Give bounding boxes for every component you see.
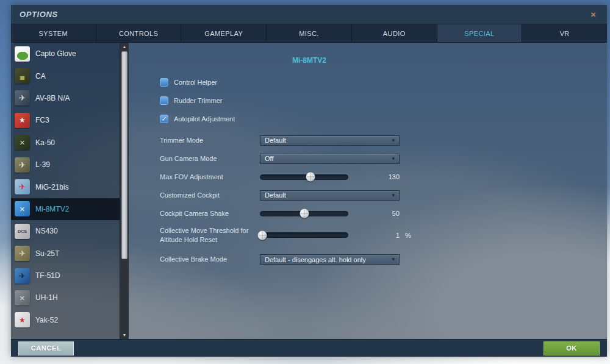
- checkbox-autopilot-adjustment[interactable]: ✓: [160, 115, 168, 123]
- slider-thumb[interactable]: [306, 173, 315, 182]
- page-title: Mi-8MTV2: [160, 56, 459, 65]
- checkbox-control-helper[interactable]: [160, 78, 168, 87]
- tab-controls[interactable]: CONTROLS: [96, 24, 182, 42]
- icon-glyph: ★: [15, 113, 30, 128]
- sidebar-item-label: Mi-8MTV2: [35, 205, 69, 213]
- checkmark-icon: ✓: [161, 116, 167, 123]
- combined-arms-icon: ▄: [15, 68, 30, 84]
- icon-glyph: ×: [15, 135, 30, 150]
- setting-label: Collective Move Threshold for Altitude H…: [160, 226, 260, 244]
- setting-row-collective-move-threshold: Collective Move Threshold for Altitude H…: [160, 226, 471, 244]
- sidebar-item-label: L-39: [35, 160, 50, 169]
- slider-wrap: 130: [260, 173, 400, 182]
- checkbox-rudder-trimmer[interactable]: [160, 96, 168, 105]
- sidebar-scrollbar[interactable]: ▲ ▼: [120, 43, 129, 339]
- module-sidebar: Capto Glove ▄ CA ✈ AV-8B N/A ★ FC3 × Ka-…: [11, 43, 120, 339]
- setting-label: Autopilot Adjustment: [174, 115, 235, 123]
- sidebar-item-ka50[interactable]: × Ka-50: [11, 132, 120, 154]
- setting-label: Customized Cockpit: [160, 191, 260, 200]
- scrollbar-thumb[interactable]: [121, 51, 127, 259]
- chevron-down-icon: ▾: [392, 257, 395, 262]
- sidebar-item-tf51d[interactable]: ✈ TF-51D: [11, 265, 120, 287]
- sidebar-item-av8b[interactable]: ✈ AV-8B N/A: [11, 87, 120, 109]
- slider-wrap: 50: [260, 209, 400, 218]
- dropdown-gun-camera-mode[interactable]: Off ▾: [260, 154, 400, 164]
- sidebar-item-mig21bis[interactable]: ✈ MiG-21bis: [11, 176, 120, 198]
- scroll-down-icon[interactable]: ▼: [120, 331, 129, 339]
- su25t-icon: ✈: [15, 246, 30, 261]
- icon-glyph: [15, 46, 30, 62]
- sidebar-item-ns430[interactable]: DCS NS430: [11, 220, 120, 242]
- dropdown-value: Default - disengages alt. hold only: [265, 256, 392, 263]
- chevron-down-icon: ▾: [392, 138, 395, 143]
- dropdown-trimmer-mode[interactable]: Default ▾: [260, 135, 400, 146]
- footer-bar: CANCEL OK: [11, 339, 607, 357]
- sidebar-item-ca[interactable]: ▄ CA: [11, 65, 120, 87]
- tab-system[interactable]: SYSTEM: [11, 24, 96, 42]
- setting-row-gun-camera-mode: Gun Camera Mode Off ▾: [160, 153, 471, 164]
- settings-panel: Mi-8MTV2 Control Helper Rudder Trimmer ✓…: [129, 43, 607, 339]
- sidebar-item-label: Ka-50: [35, 138, 55, 147]
- setting-row-autopilot-adjustment: ✓ Autopilot Adjustment: [160, 113, 471, 124]
- capto-glove-icon: [15, 46, 30, 62]
- chevron-down-icon: ▾: [392, 156, 395, 162]
- slider-cockpit-camera-shake[interactable]: [260, 209, 348, 218]
- setting-label: Rudder Trimmer: [174, 97, 222, 104]
- sidebar-item-label: FC3: [35, 116, 49, 124]
- dropdown-collective-brake-mode[interactable]: Default - disengages alt. hold only ▾: [260, 254, 400, 265]
- dropdown-value: Default: [265, 191, 392, 199]
- yak52-icon: ★: [15, 312, 30, 327]
- slider-unit: %: [405, 232, 416, 239]
- tab-audio[interactable]: AUDIO: [352, 24, 437, 42]
- scroll-up-icon[interactable]: ▲: [120, 43, 129, 51]
- slider-thumb[interactable]: [258, 230, 267, 240]
- tab-gameplay[interactable]: GAMEPLAY: [181, 24, 267, 42]
- icon-glyph: ✈: [15, 90, 30, 105]
- icon-glyph: ×: [15, 201, 30, 216]
- tab-special[interactable]: SPECIAL: [437, 24, 523, 42]
- sidebar-item-label: Capto Glove: [35, 49, 76, 58]
- sidebar-item-yak52[interactable]: ★ Yak-52: [11, 309, 120, 331]
- cancel-button[interactable]: CANCEL: [18, 341, 74, 355]
- sidebar-item-label: NS430: [35, 227, 58, 235]
- av8b-icon: ✈: [15, 90, 30, 105]
- tf51d-icon: ✈: [15, 268, 30, 284]
- sidebar-item-su25t[interactable]: ✈ Su-25T: [11, 243, 120, 265]
- icon-glyph: DCS: [15, 224, 30, 239]
- icon-glyph: ✈: [15, 268, 30, 284]
- icon-glyph: ✈: [15, 246, 30, 261]
- setting-label: Collective Brake Mode: [160, 255, 260, 264]
- dropdown-value: Off: [265, 155, 392, 162]
- close-icon[interactable]: ×: [588, 9, 598, 20]
- tab-vr[interactable]: VR: [522, 24, 607, 42]
- dialog-content: Capto Glove ▄ CA ✈ AV-8B N/A ★ FC3 × Ka-…: [11, 43, 607, 339]
- sidebar-item-uh1h[interactable]: × UH-1H: [11, 287, 120, 309]
- sidebar-item-capto-glove[interactable]: Capto Glove: [11, 43, 120, 65]
- dropdown-customized-cockpit[interactable]: Default ▾: [260, 190, 400, 201]
- sidebar-item-l39[interactable]: ✈ L-39: [11, 154, 120, 176]
- slider-track[interactable]: [260, 174, 348, 180]
- sidebar-item-label: TF-51D: [35, 271, 60, 280]
- sidebar-item-label: MiG-21bis: [35, 183, 69, 191]
- slider-track[interactable]: [260, 232, 348, 238]
- l39-icon: ✈: [15, 157, 30, 173]
- slider-thumb[interactable]: [300, 209, 309, 218]
- sidebar-item-mi8mtv2[interactable]: × Mi-8MTV2: [11, 198, 120, 220]
- setting-label: Trimmer Mode: [160, 136, 260, 145]
- slider-value: 50: [348, 210, 400, 217]
- dialog-title: OPTIONS: [20, 10, 58, 19]
- setting-label: Cockpit Camera Shake: [160, 209, 260, 218]
- tab-misc[interactable]: MISC.: [267, 24, 352, 42]
- sidebar-item-label: AV-8B N/A: [35, 94, 70, 102]
- mig21-icon: ✈: [15, 179, 30, 194]
- uh1h-icon: ×: [15, 290, 30, 305]
- slider-max-fov[interactable]: [260, 173, 348, 182]
- setting-row-trimmer-mode: Trimmer Mode Default ▾: [160, 135, 471, 146]
- ka50-icon: ×: [15, 135, 30, 150]
- tab-bar: SYSTEM CONTROLS GAMEPLAY MISC. AUDIO SPE…: [11, 24, 607, 43]
- setting-label: Max FOV Adjustment: [160, 173, 260, 182]
- icon-glyph: ▄: [15, 68, 30, 84]
- ok-button[interactable]: OK: [544, 341, 600, 355]
- slider-collective-move-threshold[interactable]: [260, 230, 348, 240]
- sidebar-item-fc3[interactable]: ★ FC3: [11, 109, 120, 131]
